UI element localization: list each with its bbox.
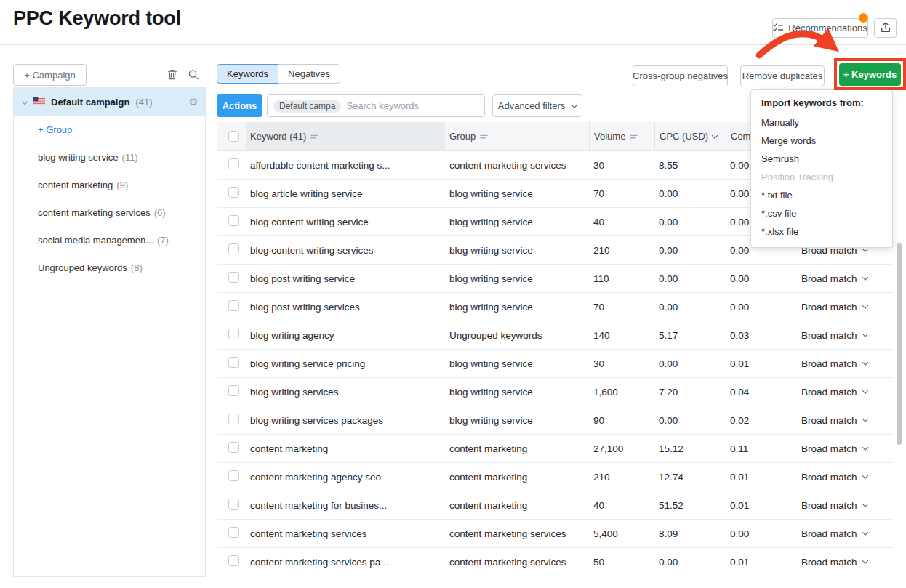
match-type-dropdown[interactable]: Broad match [791, 500, 893, 511]
tab-keywords[interactable]: Keywords [217, 64, 278, 84]
row-checkbox[interactable] [228, 527, 239, 538]
keyword-search-box[interactable]: Default campa [267, 94, 485, 117]
gear-icon[interactable]: ⚙ [188, 97, 198, 107]
tab-negatives[interactable]: Negatives [278, 64, 340, 84]
match-type-dropdown[interactable]: Broad match [791, 387, 893, 398]
sidebar-group-item[interactable]: blog writing service (11) [14, 143, 205, 171]
row-checkbox[interactable] [228, 470, 239, 481]
sidebar-group-item[interactable]: content marketing services (6) [14, 198, 205, 226]
sidebar-group-item[interactable]: content marketing (9) [14, 171, 205, 198]
import-menu-item[interactable]: *.txt file [751, 186, 892, 204]
chevron-down-icon [862, 331, 867, 337]
campaign-sidebar: Default campaign (41) ⚙ + Group blog wri… [13, 87, 206, 577]
add-campaign-button[interactable]: + Campaign [13, 64, 87, 86]
search-keywords-input[interactable] [346, 100, 478, 111]
cell-volume: 140 [589, 330, 654, 341]
match-type-dropdown[interactable]: Broad match [791, 443, 893, 454]
import-menu-item[interactable]: Merge words [751, 132, 892, 150]
import-menu-item[interactable]: *.csv file [751, 204, 892, 222]
row-checkbox[interactable] [228, 272, 239, 283]
import-menu-item[interactable]: Manually [751, 113, 892, 132]
match-type-dropdown[interactable]: Broad match [791, 472, 893, 483]
campaign-filter-tag[interactable]: Default campa [273, 100, 341, 113]
vertical-scrollbar[interactable] [897, 243, 902, 445]
cell-group: content marketing [445, 443, 589, 454]
cell-competition: 0.02 [726, 415, 791, 426]
row-checkbox[interactable] [228, 158, 239, 169]
export-button[interactable] [874, 18, 897, 38]
cell-competition: 0.00 [726, 528, 791, 539]
row-checkbox[interactable] [228, 357, 239, 368]
column-header-keyword[interactable]: Keyword (41) [246, 122, 445, 150]
cell-competition: 0.01 [726, 500, 791, 511]
match-type-dropdown[interactable]: Broad match [791, 557, 893, 568]
campaign-count: (41) [135, 97, 183, 108]
cell-keyword: blog article writing service [246, 188, 445, 199]
column-header-group[interactable]: Group [445, 122, 589, 150]
cell-volume: 110 [589, 273, 654, 284]
table-row: content marketing content marketing 27,1… [217, 435, 893, 463]
sidebar-group-item[interactable]: social media managemen... (7) [14, 226, 205, 254]
match-type-dropdown[interactable]: Broad match [791, 302, 893, 313]
chevron-down-icon[interactable] [22, 99, 28, 105]
actions-button[interactable]: Actions [217, 94, 262, 117]
cell-keyword: blog post writing services [246, 302, 445, 313]
notification-dot [859, 13, 868, 23]
add-group-link[interactable]: + Group [14, 116, 205, 143]
import-menu-item[interactable]: *.xlsx file [751, 222, 892, 241]
chevron-down-icon [862, 529, 867, 535]
sidebar-search-icon[interactable] [188, 68, 199, 83]
import-menu-list: Manually Merge words Semrush Position Tr… [751, 113, 892, 241]
row-checkbox[interactable] [228, 187, 239, 198]
row-checkbox[interactable] [228, 442, 239, 453]
match-type-dropdown[interactable]: Broad match [791, 330, 893, 341]
row-checkbox[interactable] [228, 300, 239, 311]
group-list: blog writing service (11) content market… [14, 143, 205, 281]
cross-group-negatives-button[interactable]: Cross-group negatives [633, 65, 728, 86]
table-row: content marketing for busines... content… [217, 491, 893, 520]
sort-icon [480, 131, 488, 142]
cell-cpc: 51.52 [654, 500, 726, 511]
cell-cpc: 8.55 [654, 160, 726, 171]
add-keywords-button[interactable]: + Keywords [839, 63, 901, 86]
recommendations-button[interactable]: Recommendations [772, 18, 868, 38]
chevron-down-icon [862, 444, 867, 450]
column-header-cpc[interactable]: CPC (USD) [654, 122, 726, 150]
match-type-dropdown[interactable]: Broad match [791, 415, 893, 426]
cell-cpc: 8.09 [654, 528, 726, 539]
row-checkbox[interactable] [228, 215, 239, 226]
cell-group: blog writing service [445, 387, 589, 398]
select-all-checkbox[interactable] [228, 131, 239, 142]
cell-cpc: 5.17 [654, 330, 726, 341]
view-tabs: Keywords Negatives [217, 64, 340, 84]
match-type-dropdown[interactable]: Broad match [791, 528, 893, 539]
campaign-name: Default campaign [51, 97, 129, 108]
row-checkbox[interactable] [228, 243, 239, 254]
cell-cpc: 0.00 [654, 245, 726, 256]
chevron-down-icon [862, 302, 867, 308]
trash-icon[interactable] [167, 68, 178, 83]
advanced-filters-button[interactable]: Advanced filters [492, 94, 582, 117]
column-header-volume[interactable]: Volume [589, 122, 654, 150]
cell-cpc: 0.00 [654, 302, 726, 313]
cell-cpc: 0.00 [654, 358, 726, 369]
sidebar-item-default-campaign[interactable]: Default campaign (41) ⚙ [14, 88, 205, 116]
recommendations-label: Recommendations [788, 23, 867, 33]
cell-keyword: blog writing service pricing [246, 358, 445, 369]
cell-competition: 0.01 [726, 557, 791, 568]
sidebar-group-item[interactable]: Ungrouped keywords (8) [14, 254, 205, 281]
table-row: content marketing agency seo content mar… [217, 463, 893, 491]
remove-duplicates-button[interactable]: Remove duplicates [740, 65, 825, 86]
row-checkbox[interactable] [228, 329, 239, 339]
import-menu-item[interactable]: Semrush [751, 150, 892, 168]
cell-cpc: 7.20 [654, 387, 726, 398]
cell-volume: 30 [589, 358, 654, 369]
row-checkbox[interactable] [228, 499, 239, 510]
row-checkbox[interactable] [228, 385, 239, 396]
row-checkbox[interactable] [228, 555, 239, 566]
row-checkbox[interactable] [228, 414, 239, 424]
cell-cpc: 12.74 [654, 472, 726, 483]
cell-competition: 0.01 [726, 472, 791, 483]
match-type-dropdown[interactable]: Broad match [791, 358, 893, 369]
match-type-dropdown[interactable]: Broad match [791, 273, 893, 284]
